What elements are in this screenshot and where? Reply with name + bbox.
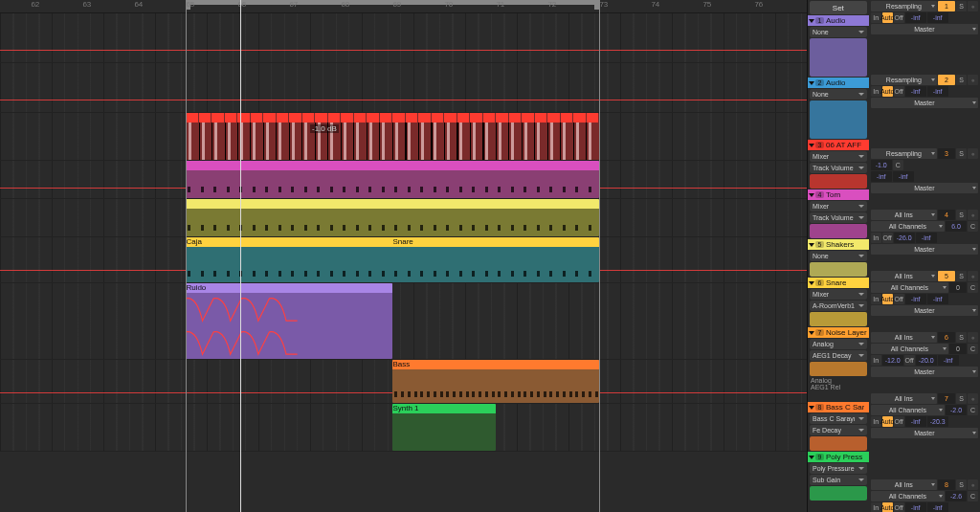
track-header[interactable]: 1Audio	[808, 15, 869, 26]
track-lane[interactable]	[0, 13, 807, 63]
value-box[interactable]: -12.0	[882, 355, 903, 366]
collapse-icon[interactable]	[809, 144, 814, 147]
bar-tick[interactable]: 65	[186, 0, 194, 9]
bar-tick[interactable]: 68	[341, 0, 349, 9]
value-box[interactable]: -2.0	[946, 405, 967, 415]
track-header[interactable]: 4Tom	[808, 189, 869, 200]
collapse-icon[interactable]	[809, 19, 814, 23]
track-activator[interactable]: 6	[938, 332, 955, 343]
pan-value[interactable]: C	[968, 344, 978, 354]
input-type-dropdown[interactable]: All Ins	[871, 332, 937, 343]
arm-button[interactable]: ●	[968, 1, 978, 11]
monitor-auto-button[interactable]: Auto	[882, 86, 893, 97]
track-name[interactable]: Audio	[826, 16, 845, 25]
pan-value[interactable]: C	[968, 405, 978, 415]
value-box[interactable]: -1.0	[871, 160, 892, 170]
track-header[interactable]: 8Bass C Sar	[808, 402, 869, 412]
track-activator[interactable]: 3	[938, 148, 955, 159]
bar-tick[interactable]: 70	[444, 0, 453, 9]
input-type-dropdown[interactable]: All Ins	[871, 271, 937, 281]
solo-button[interactable]: S	[956, 479, 967, 490]
solo-button[interactable]: S	[956, 148, 967, 159]
value-box[interactable]: -inf	[927, 502, 948, 512]
track-lane[interactable]	[0, 199, 807, 237]
track-color-swatch[interactable]	[810, 100, 867, 139]
track-routing-dropdown[interactable]: Mixer	[810, 151, 867, 162]
clip[interactable]	[186, 113, 599, 160]
value-box[interactable]: -inf	[893, 171, 914, 182]
monitor-auto-button[interactable]: Auto	[882, 12, 893, 23]
value-box[interactable]: -26.0	[894, 233, 915, 243]
bar-tick[interactable]: 63	[82, 0, 91, 9]
pan-value[interactable]: C	[968, 221, 978, 232]
io-dropdown[interactable]: All Channels	[871, 282, 948, 293]
track-activator[interactable]: 2	[938, 75, 955, 85]
collapse-icon[interactable]	[809, 406, 814, 410]
bar-tick[interactable]: 75	[702, 0, 711, 9]
arrangement-view[interactable]: 62636465666768697071727374757677 -1.0 dB…	[0, 0, 807, 512]
track-color-swatch[interactable]	[810, 262, 867, 277]
value-box[interactable]: -inf	[905, 502, 926, 512]
track-routing-dropdown[interactable]: Track Volume	[810, 212, 867, 223]
collapse-icon[interactable]	[809, 281, 814, 285]
track-routing-dropdown[interactable]: Poly Pressure	[810, 463, 867, 474]
loop-end-marker[interactable]	[599, 0, 600, 512]
solo-button[interactable]: S	[956, 332, 967, 343]
timeline-ruler[interactable]: 62636465666768697071727374757677	[0, 0, 807, 13]
io-dropdown[interactable]: Master	[871, 428, 978, 438]
input-type-dropdown[interactable]: All Ins	[871, 479, 937, 490]
io-dropdown[interactable]: Master	[871, 367, 978, 377]
input-type-dropdown[interactable]: All Ins	[871, 210, 937, 220]
arm-button[interactable]: ●	[968, 271, 978, 281]
solo-button[interactable]: S	[956, 1, 967, 11]
value-box[interactable]: -inf	[916, 233, 937, 243]
track-name[interactable]: Tom	[826, 190, 840, 199]
track-color-swatch[interactable]	[810, 436, 867, 451]
pan-value[interactable]: C	[968, 491, 978, 501]
arm-button[interactable]: ●	[968, 479, 978, 490]
bar-tick[interactable]: 77	[806, 0, 807, 9]
monitor-in-button[interactable]: In	[871, 355, 881, 366]
track-lane[interactable]	[0, 161, 807, 199]
track-lane[interactable]: Bass	[0, 360, 807, 404]
track-color-swatch[interactable]	[810, 312, 867, 326]
monitor-off-button[interactable]: Off	[894, 12, 904, 23]
value-box[interactable]: -inf	[905, 416, 926, 427]
value-box[interactable]: -20.3	[927, 416, 948, 427]
io-dropdown[interactable]: Master	[871, 24, 978, 34]
value-box[interactable]: 6.0	[946, 221, 967, 232]
track-header[interactable]: 306 AT AFF	[808, 140, 869, 150]
track-name[interactable]: Bass C Sar	[826, 403, 864, 412]
track-lane[interactable]: -1.0 dB	[0, 113, 807, 161]
track-routing-dropdown[interactable]: None	[810, 89, 867, 100]
monitor-off-button[interactable]: Off	[894, 416, 904, 427]
playhead[interactable]	[240, 0, 241, 512]
input-type-dropdown[interactable]: Resampling	[871, 1, 937, 11]
monitor-in-button[interactable]: In	[871, 233, 881, 243]
track-color-swatch[interactable]	[810, 224, 867, 238]
arm-button[interactable]: ●	[968, 148, 978, 159]
input-type-dropdown[interactable]: Resampling	[871, 148, 937, 159]
solo-button[interactable]: S	[956, 210, 967, 220]
input-type-dropdown[interactable]: Resampling	[871, 75, 937, 85]
track-activator[interactable]: 7	[938, 393, 955, 404]
track-name[interactable]: Poly Press	[826, 453, 862, 461]
collapse-icon[interactable]	[809, 193, 814, 197]
track-lane[interactable]	[0, 63, 807, 113]
io-dropdown[interactable]: All Channels	[871, 344, 948, 354]
track-color-swatch[interactable]	[810, 486, 867, 501]
io-dropdown[interactable]: All Channels	[871, 221, 945, 232]
track-routing-dropdown[interactable]: Mixer	[810, 201, 867, 211]
value-box[interactable]: -inf	[905, 294, 926, 304]
value-box[interactable]: 0	[949, 282, 967, 293]
track-routing-dropdown[interactable]: Analog	[810, 339, 867, 349]
track-lane[interactable]: CajaSnare	[0, 237, 807, 283]
track-routing-dropdown[interactable]: Track Volume	[810, 163, 867, 173]
track-name[interactable]: Audio	[826, 78, 845, 87]
track-header[interactable]: 9Poly Press	[808, 452, 869, 462]
io-dropdown[interactable]: All Channels	[871, 405, 945, 415]
bar-tick[interactable]: 64	[134, 0, 143, 9]
input-type-dropdown[interactable]: All Ins	[871, 393, 937, 404]
track-lane[interactable]: Ruido	[0, 283, 807, 360]
io-dropdown[interactable]: Master	[871, 305, 978, 316]
